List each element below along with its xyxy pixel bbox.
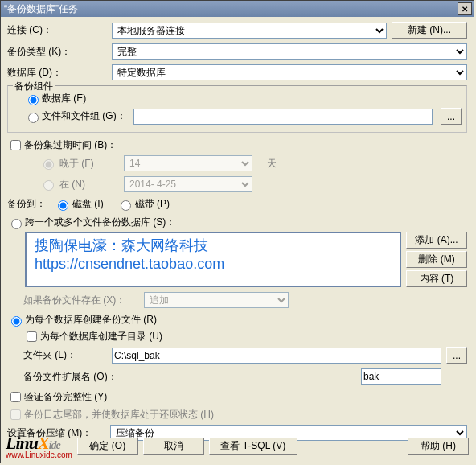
- expire-on-label: 在 (N): [60, 178, 124, 191]
- add-button[interactable]: 添加 (A)...: [406, 232, 467, 249]
- expire-after-unit: 天: [267, 157, 277, 171]
- if-exists-select: 追加: [144, 292, 289, 308]
- cancel-button[interactable]: 取消: [143, 438, 204, 455]
- connection-label: 连接 (C)：: [7, 23, 112, 37]
- filegroups-browse-button[interactable]: ...: [441, 108, 462, 125]
- database-label: 数据库 (D)：: [7, 66, 112, 80]
- database-radio-label: 数据库 (E): [42, 92, 86, 105]
- verify-label: 验证备份完整性 (Y): [24, 390, 107, 404]
- across-files-radio[interactable]: [11, 219, 22, 229]
- ext-label: 备份文件扩展名 (O)：: [23, 370, 136, 384]
- remove-button[interactable]: 删除 (M): [406, 251, 467, 268]
- expire-on-radio: [43, 180, 54, 191]
- disk-radio-label: 磁盘 (I): [72, 197, 104, 211]
- backup-components-group: 备份组件 数据库 (E) 文件和文件组 (G)： ...: [7, 85, 467, 133]
- tape-radio[interactable]: [121, 200, 131, 211]
- backup-to-label: 备份到：: [7, 197, 46, 211]
- overlay-line2: https://cnsendnet.taobao.com: [35, 255, 392, 274]
- backup-type-label: 备份类型 (K)：: [7, 45, 112, 59]
- filegroups-radio-label: 文件和文件组 (G)：: [42, 109, 133, 123]
- new-connection-button[interactable]: 新建 (N)...: [392, 22, 467, 39]
- view-tsql-button[interactable]: 查看 T-SQL (V): [209, 438, 298, 455]
- expire-after-radio: [43, 159, 54, 170]
- disk-radio[interactable]: [58, 200, 68, 211]
- backup-type-select[interactable]: 完整: [112, 43, 467, 60]
- components-group-title: 备份组件: [13, 80, 55, 93]
- across-files-label: 跨一个或多个文件备份数据库 (S)：: [25, 216, 175, 229]
- subdir-checkbox[interactable]: [27, 331, 37, 342]
- overlay-line1: 搜陶保电濠：森大网络科技: [35, 237, 392, 255]
- verify-checkbox[interactable]: [10, 392, 21, 402]
- expire-after-value: 14: [124, 155, 252, 171]
- logo-url: www.Linuxide.com: [6, 451, 72, 459]
- logo: LinuXide www.Linuxide.com: [6, 433, 72, 459]
- database-radio[interactable]: [28, 95, 39, 105]
- expire-after-label: 晚于 (F): [60, 157, 124, 171]
- database-select[interactable]: 特定数据库: [112, 64, 467, 80]
- expire-label: 备份集过期时间 (B)：: [24, 138, 117, 152]
- tail-log-label: 备份日志尾部，并使数据库处于还原状态 (H): [24, 408, 214, 422]
- close-button[interactable]: ✕: [458, 2, 472, 15]
- per-db-label: 为每个数据库创建备份文件 (R): [25, 313, 157, 327]
- folder-input[interactable]: [112, 348, 441, 364]
- expire-on-value: 2014- 4-25: [124, 176, 252, 192]
- filegroups-input: [133, 109, 433, 125]
- per-db-radio[interactable]: [11, 316, 22, 327]
- titlebar: “备份数据库”任务 ✕: [1, 1, 474, 17]
- window-title: “备份数据库”任务: [4, 2, 458, 16]
- folder-browse-button[interactable]: ...: [446, 347, 467, 364]
- tail-log-checkbox: [10, 409, 21, 420]
- help-button[interactable]: 帮助 (H): [408, 438, 469, 455]
- tape-radio-label: 磁带 (P): [135, 197, 170, 211]
- content-button[interactable]: 内容 (T): [406, 270, 467, 287]
- if-exists-label: 如果备份文件存在 (X)：: [23, 294, 144, 307]
- files-list-box: 搜陶保电濠：森大网络科技 https://cnsendnet.taobao.co…: [25, 232, 401, 287]
- folder-label: 文件夹 (L)：: [23, 348, 112, 362]
- expire-checkbox[interactable]: [10, 140, 21, 150]
- ok-button[interactable]: 确定 (O): [77, 438, 138, 455]
- ext-input[interactable]: [361, 368, 441, 385]
- subdir-label: 为每个数据库创建子目录 (U): [40, 330, 162, 344]
- connection-select[interactable]: 本地服务器连接: [112, 23, 387, 39]
- filegroups-radio[interactable]: [28, 113, 39, 123]
